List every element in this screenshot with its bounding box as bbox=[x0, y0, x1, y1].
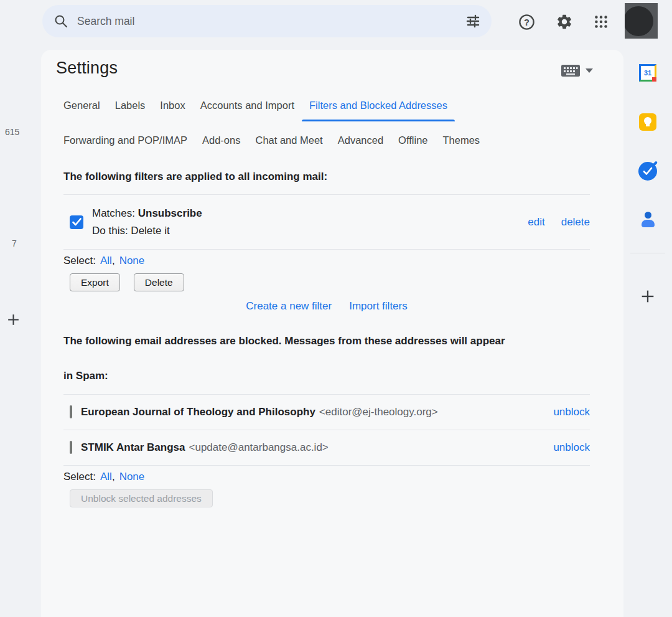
keyboard-icon bbox=[561, 65, 580, 77]
select-all-link[interactable]: All bbox=[100, 471, 112, 483]
search-bar[interactable] bbox=[42, 5, 492, 37]
blocked-section-heading: The following email addresses are blocke… bbox=[63, 324, 599, 393]
input-tools-toggle[interactable] bbox=[561, 65, 593, 77]
filters-select-line: Select: All, None bbox=[63, 255, 144, 267]
blocked-address-row: European Journal of Theology and Philoso… bbox=[63, 395, 590, 430]
profile-avatar[interactable] bbox=[625, 3, 658, 39]
tab-forwarding-pop-imap[interactable]: Forwarding and POP/IMAP bbox=[56, 128, 195, 153]
add-label-plus-icon[interactable] bbox=[6, 312, 21, 330]
filter-delete-link[interactable]: delete bbox=[561, 216, 590, 228]
export-button[interactable]: Export bbox=[70, 273, 120, 291]
tab-inbox[interactable]: Inbox bbox=[152, 93, 192, 121]
chevron-down-icon bbox=[586, 68, 593, 73]
blocked-sender-name: STMIK Antar Bangsa bbox=[81, 441, 185, 453]
tab-filters-and-blocked-addresses[interactable]: Filters and Blocked Addresses bbox=[302, 93, 455, 121]
blocked-sender-email: <editor@ej-theology.org> bbox=[319, 406, 438, 418]
blocked-heading-line-2: in Spam: bbox=[63, 359, 599, 393]
google-apps-grid-button[interactable] bbox=[590, 11, 612, 32]
delete-button[interactable]: Delete bbox=[134, 273, 184, 291]
comma-separator: , bbox=[112, 471, 115, 483]
select-none-link[interactable]: None bbox=[119, 255, 145, 267]
side-panel-divider bbox=[630, 253, 665, 253]
settings-tabs-row-1: General Labels Inbox Accounts and Import… bbox=[56, 93, 455, 121]
search-icon[interactable] bbox=[54, 14, 68, 29]
tab-labels[interactable]: Labels bbox=[108, 93, 153, 121]
google-tasks-icon bbox=[638, 162, 657, 181]
plus-icon bbox=[639, 288, 656, 305]
unblock-link[interactable]: unblock bbox=[553, 441, 590, 454]
tab-chat-and-meet[interactable]: Chat and Meet bbox=[248, 128, 330, 153]
filter-checkbox[interactable] bbox=[70, 215, 83, 229]
filter-description: Matches: Unsubscribe Do this: Delete it bbox=[92, 205, 202, 240]
filter-matches-label: Matches: bbox=[92, 207, 135, 219]
filter-links: Create a new filter Import filters bbox=[63, 300, 590, 313]
select-label: Select: bbox=[63, 255, 96, 267]
filter-edit-link[interactable]: edit bbox=[528, 216, 544, 228]
import-filters-link[interactable]: Import filters bbox=[349, 300, 408, 313]
tasks-panel-button[interactable] bbox=[623, 162, 672, 181]
gmail-settings-page: ? 615 7 Settings General Labels bbox=[0, 0, 672, 617]
filter-row: Matches: Unsubscribe Do this: Delete it … bbox=[63, 195, 590, 249]
settings-tabs-row-2: Forwarding and POP/IMAP Add-ons Chat and… bbox=[56, 128, 487, 153]
blocked-select-line: Select: All, None bbox=[63, 471, 144, 483]
filter-action-text: Do this: Delete it bbox=[92, 222, 202, 240]
label-unread-count: 7 bbox=[12, 238, 17, 248]
divider bbox=[63, 465, 590, 466]
tab-general[interactable]: General bbox=[56, 93, 108, 121]
filter-matches-value: Unsubscribe bbox=[138, 207, 202, 219]
settings-card: Settings General Labels Inbox Accounts a… bbox=[41, 50, 623, 617]
search-options-tune-icon[interactable] bbox=[465, 14, 480, 29]
filter-actions: Export Delete bbox=[70, 273, 184, 291]
tab-advanced[interactable]: Advanced bbox=[330, 128, 391, 153]
search-input[interactable] bbox=[77, 15, 457, 28]
select-none-link[interactable]: None bbox=[119, 471, 145, 483]
keep-panel-button[interactable] bbox=[623, 113, 672, 131]
help-button[interactable]: ? bbox=[516, 11, 537, 32]
settings-gear-button[interactable] bbox=[554, 11, 575, 32]
filters-section-heading: The following filters are applied to all… bbox=[63, 171, 599, 183]
label-unread-count: 615 bbox=[5, 127, 19, 137]
tab-add-ons[interactable]: Add-ons bbox=[195, 128, 248, 153]
select-all-link[interactable]: All bbox=[100, 255, 112, 267]
google-keep-icon bbox=[639, 113, 656, 131]
blocked-heading-line-1: The following email addresses are blocke… bbox=[63, 324, 599, 359]
page-title: Settings bbox=[56, 59, 118, 78]
google-contacts-icon bbox=[638, 210, 657, 229]
tab-offline[interactable]: Offline bbox=[391, 128, 435, 153]
divider bbox=[63, 249, 590, 250]
create-new-filter-link[interactable]: Create a new filter bbox=[246, 300, 332, 313]
blocked-address-row: STMIK Antar Bangsa<update@antarbangsa.ac… bbox=[63, 430, 590, 465]
blocked-row-checkbox[interactable] bbox=[70, 442, 72, 453]
unblock-selected-addresses-button[interactable]: Unblock selected addresses bbox=[70, 489, 213, 507]
contacts-panel-button[interactable] bbox=[623, 210, 672, 229]
question-mark-glyph: ? bbox=[524, 17, 530, 27]
blocked-sender-name: European Journal of Theology and Philoso… bbox=[81, 406, 315, 418]
blocked-row-checkbox[interactable] bbox=[70, 407, 72, 418]
get-add-ons-plus-button[interactable] bbox=[623, 288, 672, 305]
blocked-sender-email: <update@antarbangsa.ac.id> bbox=[189, 441, 329, 453]
unblock-link[interactable]: unblock bbox=[553, 406, 590, 418]
select-label: Select: bbox=[63, 471, 96, 483]
tab-accounts-and-import[interactable]: Accounts and Import bbox=[193, 93, 302, 121]
comma-separator: , bbox=[112, 255, 115, 267]
calendar-panel-button[interactable]: 31 bbox=[623, 64, 672, 82]
tab-themes[interactable]: Themes bbox=[435, 128, 487, 153]
google-calendar-icon: 31 bbox=[639, 64, 656, 82]
